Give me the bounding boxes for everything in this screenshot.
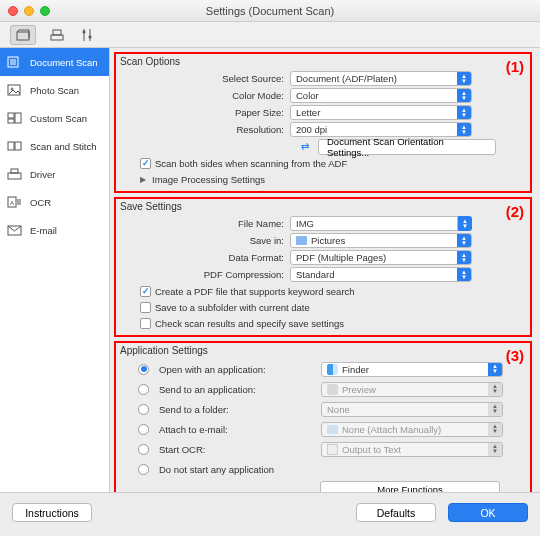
color-mode-label: Color Mode: <box>120 90 290 101</box>
window-title: Settings (Document Scan) <box>0 5 540 17</box>
file-name-label: File Name: <box>120 218 290 229</box>
sidebar-item-scan-and-stitch[interactable]: Scan and Stitch <box>0 132 109 160</box>
subfolder-checkbox[interactable] <box>140 302 151 313</box>
orientation-settings-button[interactable]: Document Scan Orientation Settings... <box>318 139 496 155</box>
svg-rect-14 <box>15 113 21 123</box>
dropdown-arrows-icon: ▲▼ <box>457 89 471 102</box>
general-settings-tab[interactable] <box>78 26 96 44</box>
scan-options-heading: Scan Options <box>120 56 526 67</box>
open-with-radio[interactable] <box>138 364 149 375</box>
sidebar-item-label: Scan and Stitch <box>30 141 97 152</box>
check-results-label: Check scan results and specify save sett… <box>155 318 344 329</box>
both-sides-checkbox[interactable] <box>140 158 151 169</box>
both-sides-label: Scan both sides when scanning from the A… <box>155 158 347 169</box>
send-app-radio[interactable] <box>138 384 149 395</box>
select-source-dropdown[interactable]: Document (ADF/Platen) ▲▼ <box>290 71 472 86</box>
attach-email-radio[interactable] <box>138 424 149 435</box>
image-processing-disclosure[interactable]: ▶ Image Processing Settings <box>120 171 526 187</box>
svg-rect-0 <box>17 32 29 40</box>
svg-text:A: A <box>10 200 14 206</box>
send-app-label: Send to an application: <box>153 384 321 395</box>
send-folder-label: Send to a folder: <box>153 404 321 415</box>
svg-rect-15 <box>8 119 14 123</box>
keyword-search-label: Create a PDF file that supports keyword … <box>155 286 355 297</box>
dropdown-arrows-icon: ▲▼ <box>458 216 472 231</box>
paper-size-label: Paper Size: <box>120 107 290 118</box>
application-settings-heading: Application Settings <box>120 345 526 356</box>
svg-point-6 <box>89 35 92 38</box>
subfolder-label: Save to a subfolder with current date <box>155 302 310 313</box>
sidebar-item-label: OCR <box>30 197 51 208</box>
folder-icon <box>296 236 307 245</box>
pdf-compression-dropdown[interactable]: Standard ▲▼ <box>290 267 472 282</box>
group-marker-2: (2) <box>506 203 524 220</box>
send-app-dropdown[interactable]: Preview ▲▼ <box>321 382 503 397</box>
check-results-checkbox[interactable] <box>140 318 151 329</box>
save-settings-group: (2) Save Settings File Name: IMG ▲▼ Save… <box>114 197 532 337</box>
sidebar-item-label: Driver <box>30 169 55 180</box>
send-folder-dropdown[interactable]: None ▲▼ <box>321 402 503 417</box>
svg-rect-13 <box>8 113 14 118</box>
footer: Instructions Defaults OK <box>0 492 540 532</box>
send-folder-radio[interactable] <box>138 404 149 415</box>
svg-rect-17 <box>15 142 21 150</box>
pdf-compression-label: PDF Compression: <box>120 269 290 280</box>
toolbar <box>0 22 540 48</box>
dropdown-arrows-icon: ▲▼ <box>488 383 502 396</box>
attach-email-label: Attach to e-mail: <box>153 424 321 435</box>
dropdown-arrows-icon: ▲▼ <box>488 403 502 416</box>
svg-rect-1 <box>51 35 63 40</box>
sidebar: Document Scan Photo Scan Custom Scan Sca… <box>0 48 110 492</box>
dropdown-arrows-icon: ▲▼ <box>457 251 471 264</box>
scan-from-computer-tab[interactable] <box>10 25 36 45</box>
dropdown-arrows-icon: ▲▼ <box>488 423 502 436</box>
dropdown-arrows-icon: ▲▼ <box>457 234 471 247</box>
sidebar-item-label: Document Scan <box>30 57 98 68</box>
scan-from-panel-tab[interactable] <box>48 26 66 44</box>
svg-rect-16 <box>8 142 14 150</box>
application-settings-group: (3) Application Settings Open with an ap… <box>114 341 532 492</box>
start-ocr-radio[interactable] <box>138 444 149 455</box>
finder-icon <box>327 364 338 375</box>
start-ocr-dropdown[interactable]: Output to Text ▲▼ <box>321 442 503 457</box>
sidebar-item-label: E-mail <box>30 225 57 236</box>
orientation-swap-icon[interactable]: ⇄ <box>296 140 314 154</box>
sidebar-item-email[interactable]: E-mail <box>0 216 109 244</box>
sidebar-item-photo-scan[interactable]: Photo Scan <box>0 76 109 104</box>
ok-button[interactable]: OK <box>448 503 528 522</box>
start-ocr-label: Start OCR: <box>153 444 321 455</box>
no-start-label: Do not start any application <box>153 464 321 475</box>
more-functions-button[interactable]: More Functions <box>320 481 500 492</box>
keyword-search-checkbox[interactable] <box>140 286 151 297</box>
save-settings-heading: Save Settings <box>120 201 526 212</box>
preview-icon <box>327 384 338 395</box>
disclosure-triangle-icon: ▶ <box>140 175 146 184</box>
save-in-dropdown[interactable]: Pictures ▲▼ <box>290 233 472 248</box>
text-output-icon <box>327 444 338 455</box>
paper-size-dropdown[interactable]: Letter ▲▼ <box>290 105 472 120</box>
group-marker-3: (3) <box>506 347 524 364</box>
open-with-label: Open with an application: <box>153 364 321 375</box>
sidebar-item-ocr[interactable]: A OCR <box>0 188 109 216</box>
sidebar-item-driver[interactable]: Driver <box>0 160 109 188</box>
scan-options-group: (1) Scan Options Select Source: Document… <box>114 52 532 193</box>
svg-rect-2 <box>53 30 61 35</box>
svg-rect-18 <box>8 173 21 179</box>
content-area: (1) Scan Options Select Source: Document… <box>110 48 540 492</box>
titlebar: Settings (Document Scan) <box>0 0 540 22</box>
group-marker-1: (1) <box>506 58 524 75</box>
instructions-button[interactable]: Instructions <box>12 503 92 522</box>
open-with-dropdown[interactable]: Finder ▲▼ <box>321 362 503 377</box>
resolution-label: Resolution: <box>120 124 290 135</box>
attach-email-dropdown[interactable]: None (Attach Manually) ▲▼ <box>321 422 503 437</box>
mail-folder-icon <box>327 425 338 434</box>
data-format-dropdown[interactable]: PDF (Multiple Pages) ▲▼ <box>290 250 472 265</box>
defaults-button[interactable]: Defaults <box>356 503 436 522</box>
save-in-label: Save in: <box>120 235 290 246</box>
no-start-radio[interactable] <box>138 464 149 475</box>
sidebar-item-document-scan[interactable]: Document Scan <box>0 48 109 76</box>
color-mode-dropdown[interactable]: Color ▲▼ <box>290 88 472 103</box>
file-name-field[interactable]: IMG ▲▼ <box>290 216 472 231</box>
dropdown-arrows-icon: ▲▼ <box>457 123 471 136</box>
sidebar-item-custom-scan[interactable]: Custom Scan <box>0 104 109 132</box>
